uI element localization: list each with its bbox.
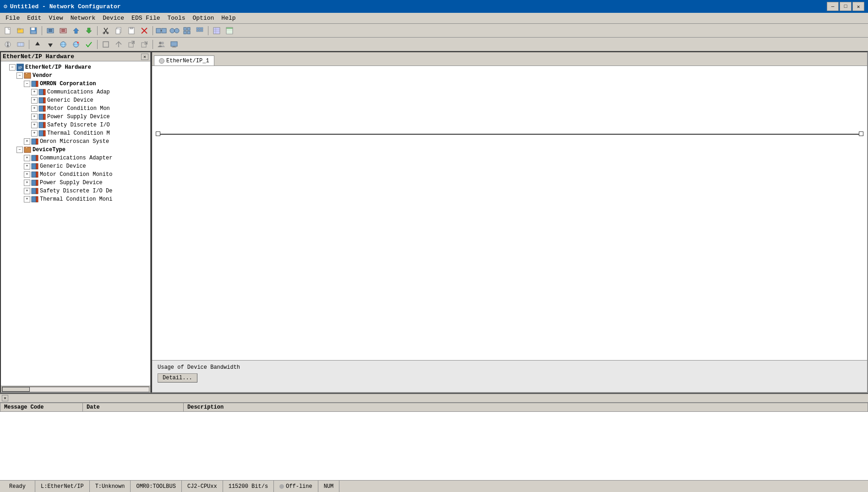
tb-new[interactable] bbox=[2, 25, 14, 36]
tree-root-toggle[interactable]: − bbox=[9, 64, 16, 71]
line-handle-left[interactable] bbox=[156, 131, 160, 136]
svg-point-62 bbox=[77, 42, 79, 44]
tree-generic-dev[interactable]: + Generic Device bbox=[1, 96, 150, 104]
minimize-button[interactable]: — bbox=[827, 2, 839, 11]
tb-connect[interactable] bbox=[44, 25, 56, 36]
tree-comm-adap[interactable]: + Communications Adap bbox=[1, 88, 150, 96]
tb-export[interactable] bbox=[126, 39, 137, 50]
tree-safety-disc[interactable]: + Safety Discrete I/O bbox=[1, 121, 150, 129]
menu-eds-file[interactable]: EDS File bbox=[128, 13, 164, 23]
svg-rect-89 bbox=[39, 131, 44, 136]
tb-route[interactable] bbox=[113, 39, 125, 50]
tree-motor-cond-toggle[interactable]: + bbox=[31, 105, 38, 112]
svg-rect-102 bbox=[36, 180, 38, 186]
tree-thermal2-toggle[interactable]: + bbox=[24, 196, 30, 202]
detail-button[interactable]: Detail... bbox=[158, 373, 197, 383]
tb-cut[interactable] bbox=[100, 25, 112, 36]
tree-motor-cond[interactable]: + Motor Condition Mon bbox=[1, 104, 150, 113]
tb-up-arrow[interactable] bbox=[32, 39, 44, 50]
tree-safety-disc-toggle[interactable]: + bbox=[31, 122, 38, 128]
tb-upload[interactable] bbox=[83, 25, 95, 36]
tree-vendor[interactable]: − Vendor bbox=[1, 71, 150, 80]
hscroll-thumb[interactable] bbox=[2, 387, 30, 392]
tb-copy[interactable] bbox=[113, 25, 125, 36]
tb-io-table[interactable] bbox=[211, 25, 223, 36]
left-panel-close-button[interactable]: ✕ bbox=[141, 54, 148, 60]
tree-omron[interactable]: − OMRON Corporation bbox=[1, 80, 150, 88]
omron-micro-icon bbox=[31, 138, 38, 145]
tree-omron-micro-toggle[interactable]: + bbox=[24, 138, 30, 145]
tree-generic-dev2-toggle[interactable]: + bbox=[24, 163, 30, 169]
tree-comm-adap-toggle[interactable]: + bbox=[31, 89, 38, 95]
tb-disconnect[interactable] bbox=[57, 25, 69, 36]
svg-text:IP: IP bbox=[18, 66, 22, 70]
comm-adap-icon bbox=[38, 88, 46, 96]
svg-rect-106 bbox=[36, 197, 38, 202]
left-panel-scrollbar[interactable] bbox=[1, 386, 150, 392]
tree-power-supply2-toggle[interactable]: + bbox=[24, 180, 30, 186]
tb-box[interactable] bbox=[100, 39, 112, 50]
tree-omron-microscan[interactable]: + Omron Microscan Syste bbox=[1, 137, 150, 146]
tree-thermal-toggle[interactable]: + bbox=[31, 130, 38, 137]
tree-thermal[interactable]: + Thermal Condition M bbox=[1, 129, 150, 137]
tree-power-supply2[interactable]: + Power Supply Device bbox=[1, 179, 150, 187]
separator-7 bbox=[153, 40, 153, 49]
tb-config-view[interactable] bbox=[168, 25, 180, 36]
menu-file[interactable]: File bbox=[2, 13, 23, 23]
svg-rect-90 bbox=[44, 131, 45, 136]
tree-thermal2[interactable]: + Thermal Condition Moni bbox=[1, 195, 150, 203]
tree-generic-dev2[interactable]: + Generic Device bbox=[1, 162, 150, 170]
tree-motor-cond2[interactable]: + Motor Condition Monito bbox=[1, 170, 150, 179]
tb-monitor[interactable] bbox=[168, 39, 180, 50]
line-handle-right[interactable] bbox=[859, 131, 863, 136]
menu-edit[interactable]: Edit bbox=[23, 13, 45, 23]
tree-safety-disc2-toggle[interactable]: + bbox=[24, 188, 30, 194]
maximize-button[interactable]: □ bbox=[840, 2, 852, 11]
menu-option[interactable]: Option bbox=[189, 13, 218, 23]
tree-devicetype[interactable]: − DeviceType bbox=[1, 146, 150, 154]
tree-omron-toggle[interactable]: − bbox=[24, 81, 30, 87]
bandwidth-title: Usage of Device Bandwidth bbox=[158, 364, 862, 371]
menu-help[interactable]: Help bbox=[218, 13, 239, 23]
tree-devicetype-toggle[interactable]: − bbox=[16, 147, 23, 153]
menu-tools[interactable]: Tools bbox=[164, 13, 189, 23]
tb-delete[interactable] bbox=[138, 25, 150, 36]
tree-motor-cond2-toggle[interactable]: + bbox=[24, 171, 30, 178]
close-window-button[interactable]: ✕ bbox=[852, 2, 864, 11]
tb-import[interactable] bbox=[138, 39, 150, 50]
tb-network-globe2[interactable] bbox=[70, 39, 82, 50]
tb-users[interactable] bbox=[155, 39, 167, 50]
menu-network[interactable]: Network bbox=[67, 13, 99, 23]
tree-power-supply-toggle[interactable]: + bbox=[31, 114, 38, 120]
tab-ethernet-ip-1[interactable]: EtherNet/IP_1 bbox=[154, 55, 214, 66]
tb-check[interactable] bbox=[83, 39, 95, 50]
tb-grid-view1[interactable] bbox=[181, 25, 193, 36]
tree-vendor-toggle[interactable]: − bbox=[16, 72, 23, 79]
tb-network-view[interactable] bbox=[155, 25, 167, 36]
tree-container[interactable]: − IP EtherNet/IP Hardware − Vendor bbox=[1, 61, 150, 386]
tree-root[interactable]: − IP EtherNet/IP Hardware bbox=[1, 63, 150, 71]
lower-panel-close-button[interactable]: ✕ bbox=[2, 395, 8, 401]
menu-device[interactable]: Device bbox=[99, 13, 128, 23]
tb-open[interactable] bbox=[15, 25, 27, 36]
tb-paste[interactable] bbox=[126, 25, 137, 36]
tb-device-list[interactable] bbox=[224, 25, 235, 36]
tree-safety-disc2[interactable]: + Safety Discrete I/O De bbox=[1, 187, 150, 195]
tb-save[interactable] bbox=[27, 25, 39, 36]
tb-grid-view2[interactable] bbox=[194, 25, 206, 36]
tree-comm-adap2[interactable]: + Communications Adapter bbox=[1, 154, 150, 162]
separator-6 bbox=[97, 40, 98, 49]
tb-param-config[interactable] bbox=[15, 39, 27, 50]
tb-network-globe[interactable] bbox=[57, 39, 69, 50]
tree-generic-dev-toggle[interactable]: + bbox=[31, 97, 38, 104]
svg-rect-77 bbox=[32, 81, 36, 87]
tb-download[interactable] bbox=[70, 25, 82, 36]
tree-power-supply[interactable]: + Power Supply Device bbox=[1, 113, 150, 121]
tb-properties[interactable] bbox=[2, 39, 14, 50]
hscroll-track[interactable] bbox=[2, 387, 149, 392]
svg-rect-32 bbox=[187, 31, 190, 34]
tree-comm-adap2-toggle[interactable]: + bbox=[24, 155, 30, 161]
network-canvas[interactable] bbox=[152, 66, 867, 360]
tb-down-arrow[interactable] bbox=[44, 39, 56, 50]
menu-view[interactable]: View bbox=[45, 13, 66, 23]
